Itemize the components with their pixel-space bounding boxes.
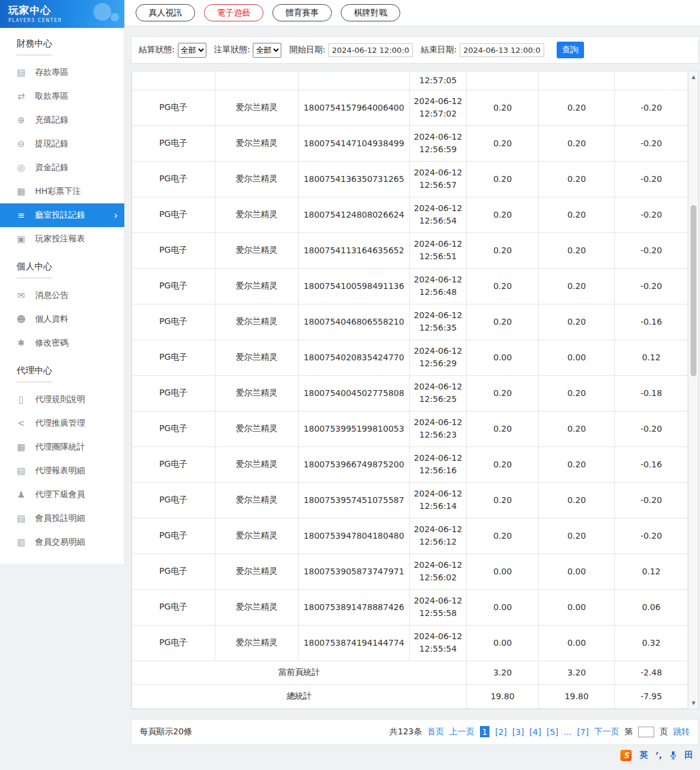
- microphone-icon: [670, 750, 677, 760]
- order-number-cell: 1800754020835424770: [299, 340, 410, 375]
- sidebar-item[interactable]: ▯代理規則說明: [0, 388, 124, 411]
- sidebar-item[interactable]: ♟代理下級會員: [0, 483, 124, 507]
- sidebar-item[interactable]: ⊖提現記錄: [0, 132, 124, 156]
- sidebar-item-label: 代理團隊統計: [35, 442, 85, 452]
- room-bet-records-icon: ≡: [16, 210, 26, 221]
- sidebar-panel: 玩家中心 PLAYERS CENTER 財務中心▤存款專區⇄取款專區⊕充值記錄⊖…: [0, 0, 125, 564]
- prev-page-link[interactable]: 上一页: [450, 727, 475, 737]
- sidebar-item-label: 代理下級會員: [35, 489, 85, 500]
- sidebar-item[interactable]: ▤存款專區: [0, 61, 124, 84]
- time-cell: 2024-06-1212:55:58: [410, 589, 467, 625]
- winloss-cell: -7.95: [615, 684, 688, 708]
- settle-status-select[interactable]: 全部: [178, 43, 206, 58]
- sidebar-item[interactable]: ▦HH彩票下注: [0, 180, 124, 203]
- sidebar-item[interactable]: ◎資金記錄: [0, 156, 124, 180]
- winloss-cell: -0.20: [615, 90, 688, 125]
- agent-promotion-share-icon: <: [16, 418, 26, 429]
- settle-status-label: 結算狀態:: [139, 45, 175, 55]
- valid-bet-cell: 0.00: [539, 340, 615, 375]
- start-date-input[interactable]: [328, 43, 413, 57]
- order-number-cell: 1800753966749875200: [299, 447, 410, 482]
- page-link[interactable]: [5]: [547, 727, 558, 737]
- game-cell: 爱尔兰精灵: [215, 232, 299, 268]
- sidebar-item-label: 廳室投註記錄: [35, 210, 85, 221]
- ime-punctuation-icon[interactable]: ’,: [655, 750, 662, 760]
- tab-item[interactable]: 棋牌對戰: [341, 4, 400, 21]
- main-content: 真人視訊電子遊藝體育賽事棋牌對戰 結算狀態: 全部 注單狀態: 全部 開始日期:…: [125, 0, 700, 770]
- page-ellipsis[interactable]: ...: [564, 727, 572, 737]
- time-cell: 2024-06-1212:56:16: [410, 447, 467, 482]
- game-cell: 爱尔兰精灵: [215, 447, 299, 482]
- winloss-cell: -0.20: [615, 232, 688, 268]
- order-status-select[interactable]: 全部: [253, 43, 281, 58]
- sidebar-item[interactable]: ⇄取款專區: [0, 84, 124, 108]
- app-subtitle: PLAYERS CENTER: [8, 18, 124, 23]
- bet-time: 12:56:54: [412, 215, 464, 227]
- sidebar-item[interactable]: ▣玩家投注報表: [0, 227, 124, 251]
- vertical-scrollbar[interactable]: ▲ ▼: [688, 71, 698, 709]
- ime-language-icon[interactable]: 英: [639, 750, 648, 760]
- game-cell: 爱尔兰精灵: [215, 268, 299, 304]
- bet-amount-cell: 0.20: [467, 304, 539, 340]
- section-title-text: 個人中心: [17, 261, 52, 278]
- bet-date: 2024-06-12: [412, 166, 464, 179]
- search-button[interactable]: 查詢: [557, 42, 584, 58]
- jump-page-input[interactable]: [638, 727, 654, 737]
- sidebar-item[interactable]: ☻個人資料: [0, 307, 124, 331]
- first-page-link[interactable]: 首页: [428, 727, 444, 737]
- sidebar-item[interactable]: ▥會員交易明細: [0, 530, 124, 554]
- section-title-text: 代理中心: [17, 365, 52, 382]
- order-number-cell: 1800754136350731265: [299, 161, 410, 197]
- jump-label-post: 页: [660, 727, 668, 737]
- sogou-input-logo-icon[interactable]: S: [620, 750, 632, 761]
- table-row: PG电子爱尔兰精灵18007541471049384992024-06-1212…: [132, 125, 688, 161]
- table-row: PG电子爱尔兰精灵18007539574510755872024-06-1212…: [132, 482, 688, 518]
- platform-cell: PG电子: [132, 340, 215, 375]
- ime-keyboard-icon[interactable]: 田: [685, 750, 693, 760]
- bet-time: 12:56:16: [412, 464, 464, 477]
- sidebar-item[interactable]: ✉消息公告: [0, 284, 124, 307]
- sidebar-item-label: 存款專區: [35, 67, 68, 78]
- bet-time: 12:55:58: [412, 607, 464, 620]
- current-page[interactable]: 1: [480, 726, 490, 737]
- platform-cell: PG电子: [132, 304, 215, 340]
- scroll-down-icon[interactable]: ▼: [689, 699, 698, 708]
- order-number-cell: 1800753957451075587: [299, 482, 410, 518]
- sidebar-item[interactable]: <代理推廣管理: [0, 411, 124, 435]
- table-row-partial: 12:57:05: [132, 71, 688, 90]
- scrollbar-thumb[interactable]: [690, 205, 696, 376]
- sidebar-item[interactable]: ⊕充值記錄: [0, 108, 124, 132]
- password-gear-icon: ✱: [16, 338, 26, 348]
- sidebar-item[interactable]: ▤會員投註明細: [0, 507, 124, 530]
- jump-go-link[interactable]: 跳转: [673, 727, 690, 737]
- tab-item[interactable]: 電子遊藝: [204, 4, 263, 21]
- ime-voice-icon[interactable]: [670, 750, 677, 760]
- bet-amount-cell: 0.00: [467, 625, 539, 661]
- sidebar-item[interactable]: ≡廳室投註記錄›: [0, 203, 124, 227]
- page-link[interactable]: [7]: [577, 727, 589, 737]
- agent-team-stats-icon: ▦: [16, 442, 26, 452]
- end-date-input[interactable]: [460, 43, 544, 57]
- sidebar-item[interactable]: ▤代理報表明細: [0, 459, 124, 483]
- user-profile-icon: ☻: [16, 314, 26, 325]
- cashout-record-icon: ⊖: [16, 139, 26, 149]
- tab-item[interactable]: 真人視訊: [136, 4, 195, 21]
- table-row: PG电子爱尔兰精灵18007541131646356522024-06-1212…: [132, 232, 688, 268]
- time-cell: 2024-06-1212:55:54: [410, 625, 467, 661]
- time-cell: 2024-06-1212:56:12: [410, 518, 467, 554]
- platform-cell: PG电子: [132, 589, 215, 625]
- page-link[interactable]: [3]: [512, 727, 524, 737]
- page-link[interactable]: [2]: [495, 727, 507, 737]
- bet-amount-cell: 0.00: [467, 589, 539, 625]
- next-page-link[interactable]: 下一页: [594, 727, 619, 737]
- order-number-cell: 1800754100598491136: [299, 268, 410, 304]
- sidebar-item[interactable]: ▦代理團隊統計: [0, 435, 124, 459]
- tab-item[interactable]: 體育賽事: [272, 4, 332, 21]
- valid-bet-cell: 0.00: [539, 554, 615, 589]
- page-link[interactable]: [4]: [529, 727, 541, 737]
- scroll-up-icon[interactable]: ▲: [689, 72, 698, 81]
- bet-date: 2024-06-12: [412, 202, 464, 215]
- agent-report-detail-icon: ▤: [16, 466, 26, 476]
- bet-time: 12:56:57: [412, 179, 464, 191]
- sidebar-item[interactable]: ✱修改密碼: [0, 331, 124, 355]
